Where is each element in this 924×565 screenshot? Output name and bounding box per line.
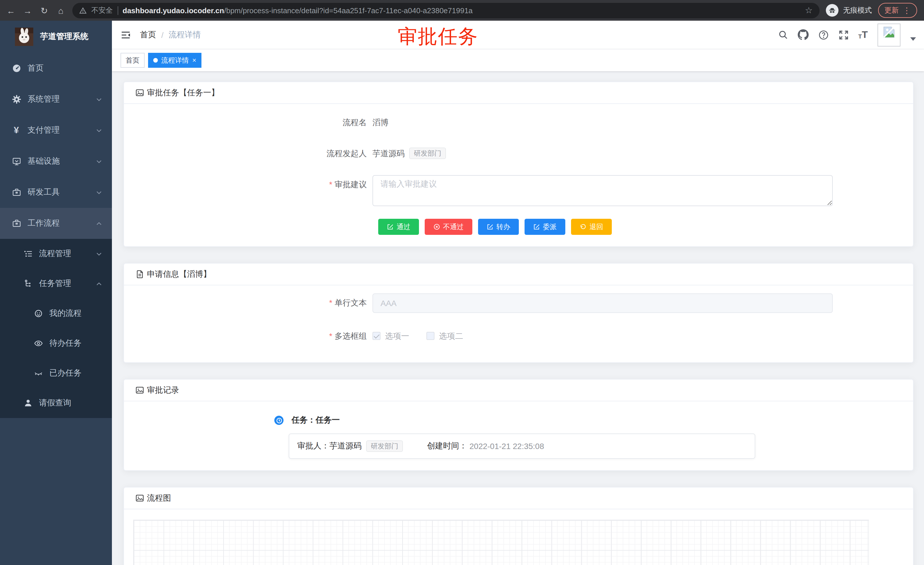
sidebar-item-process-management[interactable]: 流程管理 <box>0 239 112 269</box>
sidebar-item-done-tasks[interactable]: 已办任务 <box>0 358 112 388</box>
sidebar-item-todo-tasks[interactable]: 待办任务 <box>0 328 112 358</box>
address-bar[interactable]: 不安全 dashboard.yudao.iocoder.cn/bpm/proce… <box>72 3 819 18</box>
sidebar-item-label: 流程管理 <box>39 249 71 259</box>
card-title: 申请信息【滔博】 <box>147 269 211 279</box>
sidebar-item-label: 首页 <box>27 63 44 74</box>
sidebar-item-leave-query[interactable]: 请假查询 <box>0 388 112 418</box>
browser-update-button[interactable]: 更新 ⋮ <box>878 3 917 18</box>
approver-name: 芋道源码 <box>329 441 362 451</box>
page-content: 审批任务【任务一】 流程名 滔博 流程发起人 芋道源码 研发部门 <box>112 71 924 565</box>
chevron-up-icon <box>96 220 102 227</box>
home-icon[interactable]: ⌂ <box>56 6 66 15</box>
tab-process-detail[interactable]: 流程详情 × <box>148 53 201 68</box>
sidebar-item-task-management[interactable]: 任务管理 <box>0 269 112 299</box>
card-header: 流程图 <box>124 487 913 509</box>
browser-menu-icon[interactable]: ⋮ <box>903 6 911 14</box>
dept-tag: 研发部门 <box>366 440 403 452</box>
incognito-icon <box>826 4 838 17</box>
avatar-caret-icon[interactable] <box>910 37 916 41</box>
approval-actions: 通过 不通过 转办 委派 <box>378 219 902 235</box>
card-title: 流程图 <box>147 493 171 503</box>
created-time: 2022-01-21 22:35:08 <box>470 442 544 451</box>
security-label: 不安全 <box>91 6 113 15</box>
tab-close-icon[interactable]: × <box>192 57 196 64</box>
sidebar-collapse-icon[interactable] <box>120 30 131 40</box>
form-row-checkboxes: 多选框组 选项一 选项二 <box>135 327 902 345</box>
task-title: 任务：任务一 <box>291 415 340 425</box>
yen-icon: ¥ <box>12 126 21 135</box>
sidebar-item-devtools[interactable]: 研发工具 <box>0 177 112 208</box>
list-tree-icon <box>23 249 33 258</box>
eye-open-icon <box>33 339 43 348</box>
broken-image-icon <box>883 26 895 38</box>
reload-icon[interactable]: ↻ <box>39 6 50 15</box>
form-row-process-name: 流程名 滔博 <box>135 113 902 131</box>
back-icon[interactable]: ← <box>6 6 16 15</box>
incognito-label: 无痕模式 <box>843 6 872 15</box>
github-icon[interactable] <box>798 29 808 40</box>
app-title: 芋道管理系统 <box>40 32 88 42</box>
avatar[interactable] <box>878 23 900 46</box>
sidebar-item-home[interactable]: 首页 <box>0 53 112 84</box>
dashboard-icon <box>12 64 21 73</box>
flow-tree-icon <box>23 279 33 288</box>
reject-button[interactable]: 不通过 <box>425 219 472 235</box>
sidebar-item-payment[interactable]: ¥ 支付管理 <box>0 115 112 146</box>
card-header: 审批记录 <box>124 380 913 401</box>
approval-records-card: 审批记录 任务：任务一 审批人：芋道源码 研发部门 创建时间： 2022-01-… <box>123 379 914 471</box>
checkbox-option-1: 选项一 <box>372 327 409 345</box>
field-value: 滔博 <box>372 113 388 131</box>
update-label: 更新 <box>884 6 899 15</box>
clock-icon <box>274 416 284 425</box>
forward-icon[interactable]: → <box>22 6 33 15</box>
not-secure-warning-icon <box>79 7 87 14</box>
suggestion-textarea[interactable] <box>372 175 833 206</box>
document-icon <box>135 270 144 278</box>
sidebar: 芋道管理系统 首页 系统管理 ¥ 支付管理 <box>0 21 112 565</box>
sidebar-item-infrastructure[interactable]: 基础设施 <box>0 146 112 177</box>
chevron-down-icon <box>96 96 102 102</box>
flow-diagram-card: 流程图 <box>123 487 914 565</box>
field-label: 单行文本 <box>135 293 372 313</box>
bpmn-canvas <box>133 520 869 565</box>
help-icon[interactable] <box>818 30 828 40</box>
tab-active-dot <box>153 58 158 63</box>
delegate-button[interactable]: 委派 <box>525 219 565 235</box>
sidebar-item-workflow[interactable]: 工作流程 <box>0 208 112 239</box>
sidebar-item-my-process[interactable]: 我的流程 <box>0 299 112 328</box>
breadcrumb-home[interactable]: 首页 <box>140 30 156 40</box>
checkbox-unchecked-icon <box>426 332 435 340</box>
field-label: 多选框组 <box>135 327 372 345</box>
sidebar-item-label: 系统管理 <box>27 94 60 105</box>
initiator-name: 芋道源码 <box>372 144 405 162</box>
sidebar-item-label: 支付管理 <box>27 125 60 135</box>
approve-button[interactable]: 通过 <box>378 219 419 235</box>
transfer-button[interactable]: 转办 <box>478 219 519 235</box>
field-label: 流程名 <box>135 113 372 131</box>
dept-tag: 研发部门 <box>409 147 446 159</box>
single-line-text-input <box>372 293 833 313</box>
font-size-icon[interactable]: TT <box>858 30 868 40</box>
app-logo[interactable]: 芋道管理系统 <box>0 21 112 53</box>
return-button[interactable]: 退回 <box>571 219 612 235</box>
record-item: 审批人：芋道源码 研发部门 创建时间： 2022-01-21 22:35:08 <box>289 434 755 459</box>
form-row-text: 单行文本 <box>135 293 902 313</box>
tab-home[interactable]: 首页 <box>120 53 145 68</box>
tab-label: 首页 <box>126 56 140 65</box>
url-text: dashboard.yudao.iocoder.cn/bpm/process-i… <box>123 6 800 15</box>
field-label: 审批建议 <box>135 175 372 206</box>
picture-icon <box>135 494 144 502</box>
red-annotation-text: 审批任务 <box>398 24 478 50</box>
bookmark-star-icon[interactable]: ☆ <box>805 5 813 15</box>
sidebar-item-system[interactable]: 系统管理 <box>0 84 112 115</box>
search-icon[interactable] <box>778 30 788 40</box>
chevron-down-icon <box>96 251 102 257</box>
fullscreen-icon[interactable] <box>838 30 849 40</box>
tab-label: 流程详情 <box>161 56 189 65</box>
checkbox-label: 选项一 <box>385 327 409 345</box>
incognito-indicator: 无痕模式 <box>826 4 872 17</box>
created-label: 创建时间： <box>427 441 467 451</box>
breadcrumb: 首页 / 流程详情 <box>140 30 201 40</box>
picture-icon <box>135 386 144 394</box>
url-domain: dashboard.yudao.iocoder.cn <box>123 6 224 15</box>
